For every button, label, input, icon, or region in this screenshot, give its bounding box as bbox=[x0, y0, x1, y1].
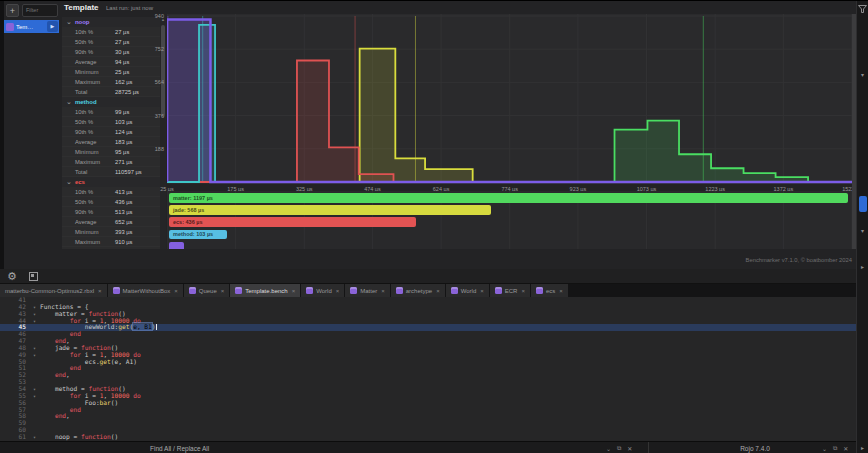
code-text bbox=[40, 420, 856, 427]
collapse-icon[interactable]: ⌄ bbox=[822, 445, 827, 452]
fold-arrow-icon[interactable]: ▾ bbox=[29, 304, 40, 311]
stat-row: 50th %436 µs bbox=[62, 197, 160, 207]
stat-row: 90th %513 µs bbox=[62, 207, 160, 217]
tab-world[interactable]: World× bbox=[301, 284, 344, 297]
tab-label: Template.bench bbox=[245, 288, 287, 294]
chevron-down-icon[interactable]: ▾ bbox=[857, 71, 868, 78]
code-text: end, bbox=[40, 372, 856, 379]
close-icon[interactable]: × bbox=[521, 288, 525, 294]
fold-gutter bbox=[29, 372, 40, 379]
fold-gutter bbox=[29, 331, 40, 338]
chevron-down-icon: ⌄ bbox=[66, 178, 72, 186]
line-number: 61 bbox=[0, 434, 29, 441]
stat-value: 652 µs bbox=[115, 219, 133, 225]
fold-arrow-icon[interactable]: ▾ bbox=[29, 393, 40, 400]
fold-gutter bbox=[29, 420, 40, 427]
code-text: end bbox=[40, 407, 856, 414]
code-text: noop = function() bbox=[40, 434, 856, 441]
close-icon[interactable]: × bbox=[292, 288, 296, 294]
tab-ecs[interactable]: ecs× bbox=[531, 284, 568, 297]
tab-template-bench[interactable]: Template.bench× bbox=[230, 284, 300, 297]
find-replace-title: Find All / Replace All bbox=[150, 445, 209, 452]
stat-value: 103 µs bbox=[115, 119, 133, 125]
tab-label: World bbox=[461, 288, 477, 294]
run-benchmark-button[interactable]: ▶ bbox=[47, 21, 58, 32]
rojo-title: Rojo 7.4.0 bbox=[700, 445, 810, 452]
collapse-icon[interactable]: ⌄ bbox=[606, 445, 611, 452]
gear-icon[interactable]: ⚙ bbox=[7, 269, 17, 284]
stat-value: 513 µs bbox=[115, 209, 133, 215]
tab-archetype[interactable]: archetype× bbox=[391, 284, 445, 297]
benchmark-list-item[interactable]: Tem… ▶ bbox=[4, 20, 59, 33]
stat-section-name: ecs bbox=[75, 179, 85, 185]
bar-label: ecs: 436 µs bbox=[169, 219, 202, 225]
fold-arrow-icon[interactable]: ▾ bbox=[29, 318, 40, 325]
code-editor[interactable]: 4142▾Functions = {43▾ matter = function(… bbox=[0, 297, 856, 441]
fold-arrow-icon[interactable]: ▾ bbox=[29, 311, 40, 318]
stat-value: 25 µs bbox=[115, 69, 129, 75]
app-root: + Filter Tem… ▶ Template Last run: just … bbox=[0, 0, 868, 453]
stat-row: Maximum271 µs bbox=[62, 157, 160, 167]
median-bar-matter: matter: 1197 µs bbox=[169, 193, 848, 203]
close-icon[interactable]: × bbox=[480, 288, 484, 294]
close-icon[interactable]: × bbox=[98, 288, 102, 294]
rojo-widget-controls: ⌄⧉✕ bbox=[822, 445, 848, 452]
chevron-right-icon[interactable]: ▸ bbox=[857, 263, 868, 270]
y-axis-tick-label: 188 bbox=[128, 146, 164, 152]
tab-ecr[interactable]: ECR× bbox=[490, 284, 530, 297]
benchmark-script-icon bbox=[6, 23, 14, 31]
tab-matterwithoutbox[interactable]: MatterWithoutBox× bbox=[108, 284, 183, 297]
float-icon[interactable]: ⧉ bbox=[617, 445, 621, 452]
close-icon[interactable]: × bbox=[221, 288, 225, 294]
tab-matter[interactable]: Matter× bbox=[345, 284, 390, 297]
close-icon[interactable]: × bbox=[174, 288, 178, 294]
code-text: for i = 1, 10000 do bbox=[40, 393, 856, 400]
fold-gutter bbox=[29, 407, 40, 414]
code-text: for i = 1, 10000 do bbox=[40, 318, 856, 325]
tab-matterbu-common-optimus2-rbxl[interactable]: matterbu-Common-Optimus2.rbxl× bbox=[0, 284, 107, 297]
add-benchmark-button[interactable]: + bbox=[6, 4, 19, 17]
stat-label: 50th % bbox=[75, 119, 115, 125]
stat-label: Maximum bbox=[75, 239, 115, 245]
plugin-window-icon[interactable] bbox=[29, 272, 38, 281]
dock-scrollbar-thumb[interactable] bbox=[859, 196, 867, 212]
script-icon bbox=[350, 287, 357, 294]
fold-arrow-icon[interactable]: ▾ bbox=[29, 434, 40, 441]
close-icon[interactable]: × bbox=[559, 288, 563, 294]
close-icon[interactable]: ✕ bbox=[627, 445, 632, 452]
stats-scrollbar-thumb[interactable] bbox=[161, 25, 165, 117]
filter-input[interactable]: Filter bbox=[22, 4, 58, 17]
bar-label: method: 103 µs bbox=[169, 231, 213, 237]
fold-gutter bbox=[29, 338, 40, 345]
stat-label: 90th % bbox=[75, 49, 115, 55]
tab-label: ecs bbox=[546, 288, 555, 294]
close-icon[interactable]: ✕ bbox=[843, 445, 848, 452]
stat-row: 10th %413 µs bbox=[62, 187, 160, 197]
stat-label: 10th % bbox=[75, 189, 115, 195]
plugin-version-label: Benchmarker v7.1.0, © boatbomber 2024 bbox=[600, 257, 852, 263]
code-line: 46 end bbox=[0, 331, 856, 338]
float-icon[interactable]: ⧉ bbox=[833, 445, 837, 452]
chevron-down-icon: ⌄ bbox=[66, 98, 72, 106]
tab-world[interactable]: World× bbox=[446, 284, 489, 297]
close-icon[interactable]: × bbox=[436, 288, 440, 294]
stat-section-header-method[interactable]: ⌄method bbox=[62, 97, 160, 107]
fold-arrow-icon[interactable]: ▾ bbox=[29, 352, 40, 359]
stat-section-header-ecs[interactable]: ⌄ecs bbox=[62, 177, 160, 187]
code-text: jade = function() bbox=[40, 345, 856, 352]
close-icon[interactable]: × bbox=[381, 288, 385, 294]
script-icon bbox=[113, 287, 120, 294]
code-text: ecs.get(e, A1) bbox=[40, 359, 856, 366]
chevron-down-icon[interactable]: ▾ bbox=[857, 227, 868, 234]
chevron-right-icon[interactable]: ▸ bbox=[857, 444, 868, 451]
fold-arrow-icon[interactable]: ▾ bbox=[29, 386, 40, 393]
tab-label: archetype bbox=[406, 288, 432, 294]
filter-funnel-icon[interactable] bbox=[857, 5, 868, 13]
fold-arrow-icon[interactable]: ▾ bbox=[29, 345, 40, 352]
tab-queue[interactable]: Queue× bbox=[184, 284, 230, 297]
code-line: 55▾ for i = 1, 10000 do bbox=[0, 393, 856, 400]
code-text: end, bbox=[40, 338, 856, 345]
left-edge bbox=[0, 1, 4, 269]
close-icon[interactable]: × bbox=[336, 288, 340, 294]
median-bar-method: method: 103 µs bbox=[169, 230, 227, 240]
